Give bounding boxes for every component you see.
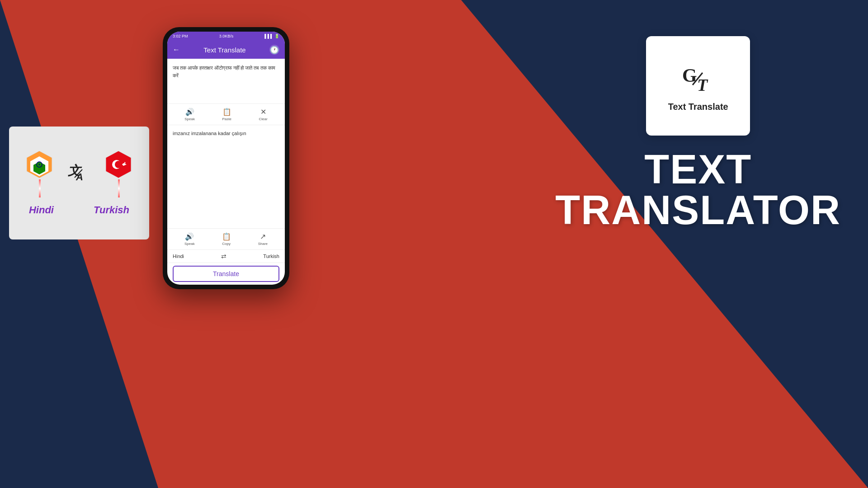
app-title: Text Translate	[203, 46, 245, 54]
bg-shape-dark-left	[0, 0, 158, 488]
phone-screen: 3:02 PM 3.0KB/s ▌▌▌ 🔋 ← Text Translate 🕐…	[167, 32, 285, 285]
back-button[interactable]: ←	[173, 46, 180, 54]
history-button[interactable]: 🕐	[269, 45, 279, 55]
right-panel: G T Text Translate TEXT TRANSLATOR	[555, 36, 841, 230]
speak-input-icon: 🔊	[185, 108, 194, 116]
share-button[interactable]: ↗ Share	[258, 232, 268, 246]
language-selector-bar: Hindi ⇄ Turkish	[167, 250, 285, 263]
google-translate-icon: G T	[680, 60, 716, 96]
turkish-label: Turkish	[94, 204, 129, 216]
target-language-button[interactable]: Turkish	[263, 253, 279, 259]
phone-wrapper: 3:02 PM 3.0KB/s ▌▌▌ 🔋 ← Text Translate 🕐…	[140, 27, 312, 434]
gt-svg: G T	[680, 60, 716, 96]
app-card-title: Text Translate	[668, 102, 728, 112]
language-labels: Hindi Turkish	[9, 204, 149, 216]
copy-button[interactable]: 📋 Copy	[222, 232, 231, 246]
output-text-content: imzanız imzalanana kadar çalışın	[173, 131, 246, 136]
phone-header: ← Text Translate 🕐	[167, 41, 285, 59]
paste-label: Paste	[222, 117, 231, 121]
hindi-pole	[39, 179, 41, 197]
turkish-flag-hexagon	[104, 150, 133, 179]
status-signal: ▌▌▌ 🔋	[264, 34, 279, 38]
hindi-flag-sign	[25, 150, 54, 197]
source-language-button[interactable]: Hindi	[173, 253, 184, 259]
copy-icon: 📋	[222, 232, 231, 241]
speak-input-button[interactable]: 🔊 Speak	[184, 108, 195, 121]
translate-svg-icon: 文 A	[68, 160, 90, 183]
big-title-line1: TEXT	[555, 149, 841, 190]
share-label: Share	[258, 242, 268, 246]
speak-output-button[interactable]: 🔊 Speak	[184, 232, 195, 246]
hindi-label: Hindi	[29, 204, 54, 216]
translate-center-icon: 文 A	[68, 160, 90, 188]
speak-output-icon: 🔊	[185, 232, 194, 241]
input-text-area[interactable]: जब तक आपके हस्ताक्षर ऑटोग्राफ नहीं हो जा…	[167, 59, 285, 104]
big-title-container: TEXT TRANSLATOR	[555, 149, 841, 230]
phone-body: 3:02 PM 3.0KB/s ▌▌▌ 🔋 ← Text Translate 🕐…	[163, 27, 289, 289]
flags-container: 文 A	[25, 150, 133, 197]
clear-label: Clear	[259, 117, 268, 121]
share-icon: ↗	[260, 232, 266, 241]
input-actions-bar: 🔊 Speak 📋 Paste ✕ Clear	[167, 104, 285, 125]
input-text-content: जब तक आपके हस्ताक्षर ऑटोग्राफ नहीं हो जा…	[173, 65, 275, 78]
paste-button[interactable]: 📋 Paste	[222, 108, 231, 121]
status-bar: 3:02 PM 3.0KB/s ▌▌▌ 🔋	[167, 32, 285, 41]
big-title-line2: TRANSLATOR	[555, 190, 841, 230]
turkish-flag-sign	[104, 150, 133, 197]
speak-input-label: Speak	[184, 117, 195, 121]
output-actions-bar: 🔊 Speak 📋 Copy ↗ Share	[167, 229, 285, 250]
status-time: 3:02 PM	[173, 34, 188, 38]
translate-button[interactable]: Translate	[173, 266, 279, 282]
clear-button[interactable]: ✕ Clear	[259, 108, 268, 121]
svg-point-4	[39, 164, 40, 165]
svg-point-10	[115, 161, 122, 168]
speak-output-label: Speak	[184, 242, 195, 246]
copy-label: Copy	[222, 242, 231, 246]
app-icon-card: G T Text Translate	[646, 36, 750, 136]
paste-icon: 📋	[222, 108, 231, 116]
swap-languages-button[interactable]: ⇄	[221, 253, 226, 260]
output-text-area: imzanız imzalanana kadar çalışın	[167, 125, 285, 229]
hindi-flag-hexagon	[25, 150, 54, 179]
left-language-card: 文 A Hindi Turkish	[9, 127, 149, 239]
status-data: 3.0KB/s	[219, 34, 234, 38]
clear-icon: ✕	[260, 108, 266, 116]
turkish-pole	[118, 179, 120, 197]
